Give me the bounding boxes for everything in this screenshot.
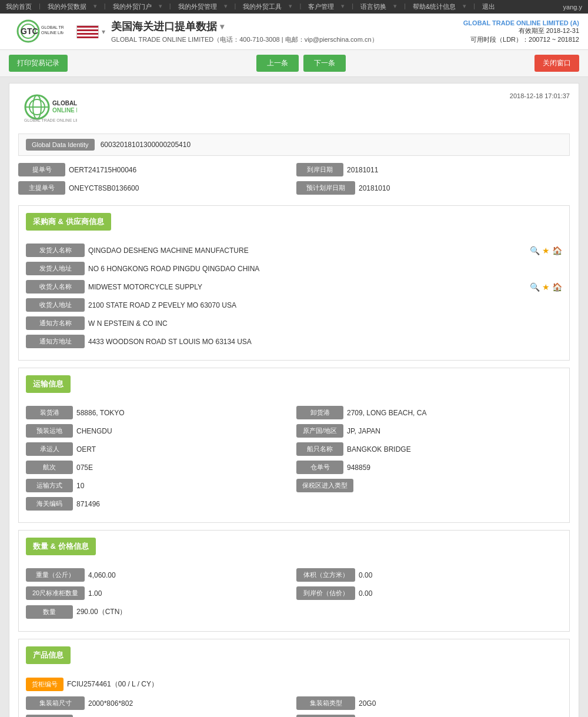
- transport-section: 运输信息 装货港 58886, TOKYO 卸货港 2709, LONG BEA…: [18, 368, 570, 523]
- consignee-home-icon[interactable]: 🏠: [552, 282, 562, 292]
- arrival-date-label: 到岸日期: [296, 163, 343, 176]
- shipper-name-group: 发货人名称 QINGDAO DESHENG MACHINE MANUFACTUR…: [26, 244, 562, 257]
- consignee-addr-group: 收货人地址 2100 STATE ROAD Z PEVELY MO 63070 …: [26, 298, 562, 312]
- product-qty-group: 数量 290.00: [26, 715, 292, 717]
- product-section: 产品信息 货柜编号 FCIU2574461（00 / L / CY） 集装箱尺寸…: [18, 639, 570, 717]
- arrival-date-group: 到岸日期 20181011: [296, 163, 570, 176]
- carrier-vessel-row: 承运人 OERT 船只名称 BANGKOK BRIDGE: [26, 442, 562, 456]
- loading-port-value: 58886, TOKYO: [76, 406, 292, 419]
- shipper-name-value: QINGDAO DESHENG MACHINE MANUFACTURE: [88, 244, 526, 257]
- carrier-group: 承运人 OERT: [26, 442, 292, 456]
- global-data-identity-row: Global Data Identity 6003201810130000020…: [18, 134, 570, 156]
- nav-customer-mgmt[interactable]: 客户管理: [308, 2, 334, 11]
- flag-dropdown[interactable]: ▾: [102, 28, 105, 36]
- voyage-label: 航次: [26, 461, 73, 474]
- nav-home[interactable]: 我的首页: [6, 2, 32, 11]
- vessel-label: 船只名称: [296, 442, 343, 456]
- transport-mode-value: 10: [76, 479, 292, 492]
- shipper-name-label: 发货人名称: [26, 244, 85, 257]
- weight-value: 4,060.00: [88, 569, 292, 582]
- volume-group: 体积（立方米） 0.00: [296, 568, 562, 582]
- discharge-port-group: 卸货港 2709, LONG BEACH, CA: [296, 406, 562, 419]
- bill-no-label: 提单号: [18, 163, 65, 176]
- svg-text:GLOBAL TRADE: GLOBAL TRADE: [41, 25, 64, 29]
- notify-addr-label: 通知方地址: [26, 335, 85, 348]
- notify-name-label: 通知方名称: [26, 316, 85, 330]
- transport-title-row: 运输信息: [26, 375, 562, 400]
- quantity-group: 数量 290.00（CTN）: [26, 605, 292, 619]
- consignee-icons: 🔍 ★ 🏠: [530, 282, 562, 292]
- product-qty-value: 290.00: [76, 715, 292, 718]
- ports-row: 装货港 58886, TOKYO 卸货港 2709, LONG BEACH, C…: [26, 406, 562, 419]
- shipper-icons: 🔍 ★ 🏠: [530, 246, 562, 255]
- toolbar-print: 打印贸易记录: [9, 55, 68, 72]
- toolbar-close: 关闭窗口: [534, 55, 579, 72]
- consignee-search-icon[interactable]: 🔍: [530, 282, 540, 292]
- arrival-price-value: 0.00: [359, 587, 562, 600]
- master-bill-label: 主提单号: [18, 181, 65, 195]
- gdi-value: 60032018101300000205410: [101, 141, 191, 149]
- volume-label: 体积（立方米）: [296, 568, 355, 582]
- prev-button[interactable]: 上一条: [256, 55, 299, 72]
- weight-label: 重量（公斤）: [26, 568, 85, 582]
- next-button[interactable]: 下一条: [303, 55, 346, 72]
- container-size-type-row: 集装箱尺寸 2000*806*802 集装箱类型 20G0: [26, 696, 562, 710]
- document-container: GLOBAL TRADE ONLINE LIMITED GLOBAL TRADE…: [9, 83, 579, 717]
- consignee-name-value: MIDWEST MOTORCYCLE SUPPLY: [88, 281, 526, 294]
- nav-foreign-data[interactable]: 我的外贸数据: [48, 2, 86, 11]
- product-price-label: 到岸价（估价）: [296, 715, 355, 717]
- bill-no-value: OERT241715H00046: [69, 164, 292, 176]
- product-qty-price-row: 数量 290.00 到岸价（估价） 0.00: [26, 715, 562, 717]
- carrier-label: 承运人: [26, 442, 73, 456]
- title-dropdown[interactable]: ▾: [220, 22, 224, 31]
- loading-port-label: 装货港: [26, 406, 73, 419]
- discharge-port-label: 卸货港: [296, 406, 343, 419]
- nav-help[interactable]: 帮助&统计信息: [413, 2, 456, 11]
- shipper-star-icon[interactable]: ★: [542, 246, 550, 255]
- shipper-home-icon[interactable]: 🏠: [552, 246, 562, 255]
- warehouse-label: 仓单号: [296, 461, 343, 474]
- notify-name-value: W N EPSTEIN & CO INC: [88, 317, 562, 330]
- origin-label: 原产国/地区: [296, 424, 343, 438]
- country-flag: ▾: [76, 25, 105, 38]
- company-logo: GTC GLOBAL TRADE ONLINE LIMITED: [9, 18, 65, 45]
- nav-foreign-tools[interactable]: 我的外贸工具: [243, 2, 282, 11]
- dest-group: 预装运地 CHENGDU: [26, 424, 292, 438]
- consignee-addr-value: 2100 STATE ROAD Z PEVELY MO 63070 USA: [88, 299, 562, 312]
- vessel-value: BANGKOK BRIDGE: [347, 443, 562, 456]
- shipper-addr-row: 发货人地址 NO 6 HONGKONG ROAD PINGDU QINGDAO …: [26, 262, 562, 275]
- bill-no-group: 提单号 OERT241715H00046: [18, 163, 292, 176]
- container20-label: 20尺标准柜数量: [26, 586, 85, 600]
- consignee-star-icon[interactable]: ★: [542, 282, 550, 292]
- doc-logo-svg: GLOBAL TRADE ONLINE LIMITED GLOBAL TRADE…: [18, 92, 77, 125]
- container-size-label: 集装箱尺寸: [26, 696, 85, 710]
- consignee-addr-label: 收货人地址: [26, 298, 85, 312]
- nav-foreign-mgmt[interactable]: 我的外贸管理: [178, 2, 217, 11]
- price-title-row: 数量 & 价格信息: [26, 538, 562, 562]
- dest-value: CHENGDU: [76, 425, 292, 438]
- est-arrival-group: 预计划岸日期 20181010: [296, 181, 570, 195]
- notify-addr-value: 4433 WOODSON ROAD ST LOUIS MO 63134 USA: [88, 335, 562, 348]
- quantity-row: 数量 290.00（CTN）: [26, 605, 562, 619]
- notify-addr-group: 通知方地址 4433 WOODSON ROAD ST LOUIS MO 6313…: [26, 335, 562, 348]
- est-arrival-value: 20181010: [359, 182, 570, 195]
- customs-value: 871496: [76, 498, 292, 511]
- weight-volume-row: 重量（公斤） 4,060.00 体积（立方米） 0.00: [26, 568, 562, 582]
- nav-foreign-portal[interactable]: 我的外贸门户: [113, 2, 152, 11]
- company-name: GLOBAL TRADE ONLINE LIMITED (A): [463, 19, 579, 26]
- nav-language[interactable]: 语言切换: [360, 2, 386, 11]
- origin-value: JP, JAPAN: [347, 425, 562, 438]
- valid-until: 有效期至 2018-12-31: [463, 26, 579, 35]
- shipper-addr-group: 发货人地址 NO 6 HONGKONG ROAD PINGDU QINGDAO …: [26, 262, 562, 275]
- nav-logout[interactable]: 退出: [482, 2, 495, 11]
- svg-text:ONLINE LIMITED: ONLINE LIMITED: [41, 31, 64, 35]
- consignee-name-row: 收货人名称 MIDWEST MOTORCYCLE SUPPLY 🔍 ★ 🏠: [26, 280, 562, 294]
- print-button[interactable]: 打印贸易记录: [9, 55, 68, 72]
- container-size-value: 2000*806*802: [88, 697, 292, 710]
- container20-value: 1.00: [88, 587, 292, 600]
- est-arrival-label: 预计划岸日期: [296, 181, 355, 195]
- close-button[interactable]: 关闭窗口: [534, 55, 579, 72]
- main-content: GLOBAL TRADE ONLINE LIMITED GLOBAL TRADE…: [0, 77, 588, 717]
- bonded-group: 保税区进入类型: [296, 479, 562, 492]
- shipper-search-icon[interactable]: 🔍: [530, 246, 540, 255]
